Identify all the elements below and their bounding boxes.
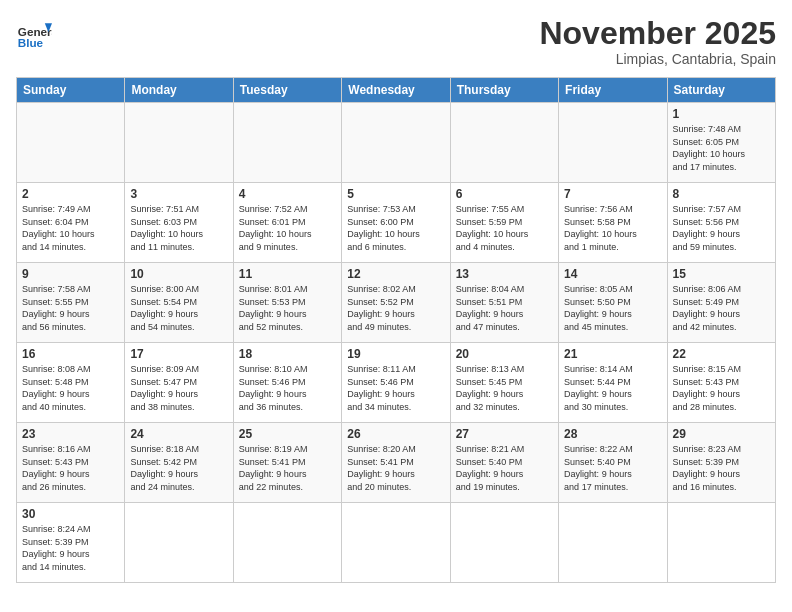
table-row: 11Sunrise: 8:01 AM Sunset: 5:53 PM Dayli… — [233, 263, 341, 343]
day-number: 7 — [564, 187, 661, 201]
day-info: Sunrise: 7:57 AM Sunset: 5:56 PM Dayligh… — [673, 203, 770, 253]
table-row — [450, 503, 558, 583]
calendar-week-row: 30Sunrise: 8:24 AM Sunset: 5:39 PM Dayli… — [17, 503, 776, 583]
table-row: 4Sunrise: 7:52 AM Sunset: 6:01 PM Daylig… — [233, 183, 341, 263]
day-number: 29 — [673, 427, 770, 441]
day-info: Sunrise: 8:19 AM Sunset: 5:41 PM Dayligh… — [239, 443, 336, 493]
day-info: Sunrise: 7:55 AM Sunset: 5:59 PM Dayligh… — [456, 203, 553, 253]
day-number: 30 — [22, 507, 119, 521]
day-number: 19 — [347, 347, 444, 361]
table-row — [342, 103, 450, 183]
table-row: 17Sunrise: 8:09 AM Sunset: 5:47 PM Dayli… — [125, 343, 233, 423]
table-row: 15Sunrise: 8:06 AM Sunset: 5:49 PM Dayli… — [667, 263, 775, 343]
day-number: 18 — [239, 347, 336, 361]
table-row — [559, 103, 667, 183]
day-number: 13 — [456, 267, 553, 281]
day-info: Sunrise: 8:11 AM Sunset: 5:46 PM Dayligh… — [347, 363, 444, 413]
table-row: 8Sunrise: 7:57 AM Sunset: 5:56 PM Daylig… — [667, 183, 775, 263]
col-thursday: Thursday — [450, 78, 558, 103]
day-info: Sunrise: 8:13 AM Sunset: 5:45 PM Dayligh… — [456, 363, 553, 413]
table-row: 26Sunrise: 8:20 AM Sunset: 5:41 PM Dayli… — [342, 423, 450, 503]
day-number: 6 — [456, 187, 553, 201]
day-number: 17 — [130, 347, 227, 361]
col-saturday: Saturday — [667, 78, 775, 103]
table-row: 6Sunrise: 7:55 AM Sunset: 5:59 PM Daylig… — [450, 183, 558, 263]
calendar-week-row: 16Sunrise: 8:08 AM Sunset: 5:48 PM Dayli… — [17, 343, 776, 423]
day-info: Sunrise: 8:10 AM Sunset: 5:46 PM Dayligh… — [239, 363, 336, 413]
table-row: 24Sunrise: 8:18 AM Sunset: 5:42 PM Dayli… — [125, 423, 233, 503]
table-row — [450, 103, 558, 183]
day-number: 28 — [564, 427, 661, 441]
table-row: 28Sunrise: 8:22 AM Sunset: 5:40 PM Dayli… — [559, 423, 667, 503]
table-row: 1Sunrise: 7:48 AM Sunset: 6:05 PM Daylig… — [667, 103, 775, 183]
calendar-title: November 2025 — [539, 16, 776, 51]
day-info: Sunrise: 8:02 AM Sunset: 5:52 PM Dayligh… — [347, 283, 444, 333]
day-number: 2 — [22, 187, 119, 201]
day-info: Sunrise: 7:56 AM Sunset: 5:58 PM Dayligh… — [564, 203, 661, 253]
table-row — [233, 503, 341, 583]
table-row — [559, 503, 667, 583]
table-row — [233, 103, 341, 183]
day-number: 15 — [673, 267, 770, 281]
table-row — [667, 503, 775, 583]
page-header: General Blue November 2025 Limpias, Cant… — [16, 16, 776, 67]
day-number: 27 — [456, 427, 553, 441]
table-row: 21Sunrise: 8:14 AM Sunset: 5:44 PM Dayli… — [559, 343, 667, 423]
col-friday: Friday — [559, 78, 667, 103]
table-row: 29Sunrise: 8:23 AM Sunset: 5:39 PM Dayli… — [667, 423, 775, 503]
day-number: 23 — [22, 427, 119, 441]
day-number: 24 — [130, 427, 227, 441]
table-row: 30Sunrise: 8:24 AM Sunset: 5:39 PM Dayli… — [17, 503, 125, 583]
col-wednesday: Wednesday — [342, 78, 450, 103]
table-row — [17, 103, 125, 183]
calendar-header-row: Sunday Monday Tuesday Wednesday Thursday… — [17, 78, 776, 103]
day-info: Sunrise: 8:20 AM Sunset: 5:41 PM Dayligh… — [347, 443, 444, 493]
table-row: 10Sunrise: 8:00 AM Sunset: 5:54 PM Dayli… — [125, 263, 233, 343]
day-number: 4 — [239, 187, 336, 201]
table-row — [125, 503, 233, 583]
day-number: 26 — [347, 427, 444, 441]
day-info: Sunrise: 8:24 AM Sunset: 5:39 PM Dayligh… — [22, 523, 119, 573]
calendar-week-row: 9Sunrise: 7:58 AM Sunset: 5:55 PM Daylig… — [17, 263, 776, 343]
table-row: 25Sunrise: 8:19 AM Sunset: 5:41 PM Dayli… — [233, 423, 341, 503]
day-info: Sunrise: 8:00 AM Sunset: 5:54 PM Dayligh… — [130, 283, 227, 333]
day-info: Sunrise: 8:15 AM Sunset: 5:43 PM Dayligh… — [673, 363, 770, 413]
day-info: Sunrise: 8:16 AM Sunset: 5:43 PM Dayligh… — [22, 443, 119, 493]
day-info: Sunrise: 8:18 AM Sunset: 5:42 PM Dayligh… — [130, 443, 227, 493]
logo: General Blue — [16, 16, 52, 52]
day-info: Sunrise: 7:52 AM Sunset: 6:01 PM Dayligh… — [239, 203, 336, 253]
table-row: 9Sunrise: 7:58 AM Sunset: 5:55 PM Daylig… — [17, 263, 125, 343]
day-number: 1 — [673, 107, 770, 121]
day-info: Sunrise: 7:48 AM Sunset: 6:05 PM Dayligh… — [673, 123, 770, 173]
table-row: 23Sunrise: 8:16 AM Sunset: 5:43 PM Dayli… — [17, 423, 125, 503]
table-row: 7Sunrise: 7:56 AM Sunset: 5:58 PM Daylig… — [559, 183, 667, 263]
table-row: 5Sunrise: 7:53 AM Sunset: 6:00 PM Daylig… — [342, 183, 450, 263]
day-info: Sunrise: 8:21 AM Sunset: 5:40 PM Dayligh… — [456, 443, 553, 493]
calendar-week-row: 23Sunrise: 8:16 AM Sunset: 5:43 PM Dayli… — [17, 423, 776, 503]
day-number: 5 — [347, 187, 444, 201]
day-number: 3 — [130, 187, 227, 201]
day-info: Sunrise: 8:09 AM Sunset: 5:47 PM Dayligh… — [130, 363, 227, 413]
day-info: Sunrise: 8:22 AM Sunset: 5:40 PM Dayligh… — [564, 443, 661, 493]
day-number: 22 — [673, 347, 770, 361]
day-number: 9 — [22, 267, 119, 281]
table-row: 2Sunrise: 7:49 AM Sunset: 6:04 PM Daylig… — [17, 183, 125, 263]
day-info: Sunrise: 8:01 AM Sunset: 5:53 PM Dayligh… — [239, 283, 336, 333]
calendar-week-row: 1Sunrise: 7:48 AM Sunset: 6:05 PM Daylig… — [17, 103, 776, 183]
table-row: 13Sunrise: 8:04 AM Sunset: 5:51 PM Dayli… — [450, 263, 558, 343]
day-info: Sunrise: 7:58 AM Sunset: 5:55 PM Dayligh… — [22, 283, 119, 333]
calendar-subtitle: Limpias, Cantabria, Spain — [539, 51, 776, 67]
col-tuesday: Tuesday — [233, 78, 341, 103]
col-monday: Monday — [125, 78, 233, 103]
day-info: Sunrise: 8:08 AM Sunset: 5:48 PM Dayligh… — [22, 363, 119, 413]
logo-icon: General Blue — [16, 16, 52, 52]
day-info: Sunrise: 8:14 AM Sunset: 5:44 PM Dayligh… — [564, 363, 661, 413]
day-number: 21 — [564, 347, 661, 361]
table-row: 22Sunrise: 8:15 AM Sunset: 5:43 PM Dayli… — [667, 343, 775, 423]
day-number: 16 — [22, 347, 119, 361]
day-info: Sunrise: 8:04 AM Sunset: 5:51 PM Dayligh… — [456, 283, 553, 333]
day-number: 25 — [239, 427, 336, 441]
day-info: Sunrise: 8:23 AM Sunset: 5:39 PM Dayligh… — [673, 443, 770, 493]
table-row — [342, 503, 450, 583]
day-info: Sunrise: 7:53 AM Sunset: 6:00 PM Dayligh… — [347, 203, 444, 253]
